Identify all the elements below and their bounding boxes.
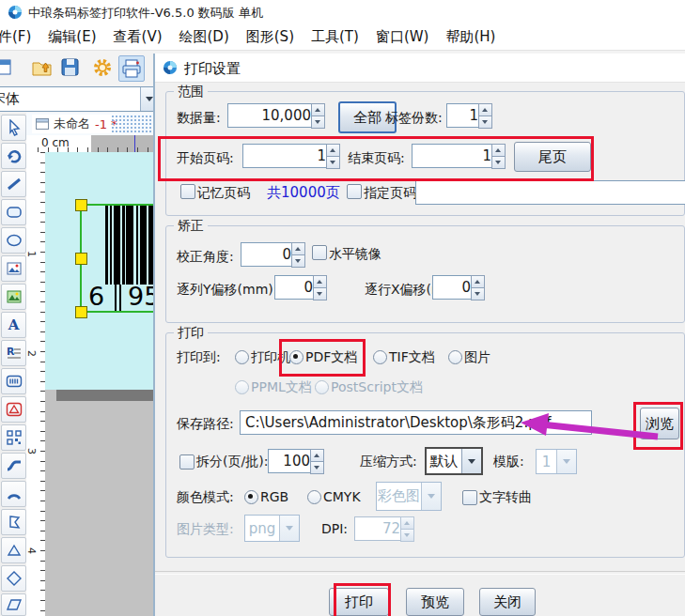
rotate-icon[interactable]	[1, 143, 26, 169]
label-shadow	[56, 390, 153, 401]
menu-edit[interactable]: 编辑(E)	[39, 28, 104, 46]
selection-handle-top-left[interactable]	[75, 199, 87, 211]
start-page-label: 开始页码:	[177, 150, 234, 167]
end-page-field[interactable]: 1	[412, 144, 496, 168]
colormap-select[interactable]: 彩色图	[376, 482, 442, 511]
polygon-icon[interactable]	[1, 509, 26, 535]
printer-icon[interactable]	[118, 55, 145, 82]
text-to-curve-checkbox[interactable]	[462, 490, 477, 505]
xrow-offset-spinner[interactable]	[471, 275, 485, 300]
picture-icon[interactable]	[1, 255, 26, 282]
start-page-spinner[interactable]	[326, 144, 340, 169]
save-path-label: 保存路径:	[177, 416, 234, 433]
menu-view[interactable]: 查看(V)	[105, 28, 171, 46]
menu-window[interactable]: 窗口(W)	[367, 28, 438, 46]
angle-field[interactable]: 0	[241, 242, 296, 267]
print-settings-dialog: 打印设置 范围 数据量: 10,000 全部 标签份数: 1 开始页码: 1 结…	[153, 54, 685, 616]
specify-page-input[interactable]	[415, 180, 685, 205]
arc-icon[interactable]	[1, 481, 26, 507]
remember-page-checkbox[interactable]	[180, 184, 195, 199]
menu-help[interactable]: 帮助(H)	[437, 28, 504, 46]
select-cursor-icon[interactable]	[1, 115, 26, 141]
image-type-select[interactable]: png	[244, 515, 300, 542]
design-canvas[interactable]: 6 95	[45, 152, 153, 616]
open-folder-icon[interactable]	[30, 55, 54, 80]
last-page-button[interactable]: 尾页	[514, 142, 591, 172]
specify-page-checkbox[interactable]	[347, 184, 362, 199]
qrcode-icon[interactable]	[1, 424, 26, 451]
dpi-spinner	[400, 516, 414, 542]
template-select[interactable]: 1	[536, 449, 577, 474]
radio-rgb[interactable]	[244, 490, 258, 504]
total-pages-link[interactable]: 共10000页	[267, 184, 340, 202]
menu-tools[interactable]: 工具(T)	[303, 28, 367, 46]
radio-tif[interactable]	[373, 350, 387, 364]
menu-draw[interactable]: 绘图(D)	[171, 28, 238, 46]
shape-logo-icon[interactable]	[1, 396, 26, 423]
compress-select[interactable]: 默认	[425, 447, 483, 475]
start-page-field[interactable]: 1	[242, 144, 331, 168]
gear-icon[interactable]	[90, 55, 115, 80]
dialog-icon	[163, 60, 178, 78]
chevron-down-icon[interactable]	[461, 449, 481, 473]
save-icon[interactable]	[58, 55, 83, 80]
color-mode-label: 颜色模式:	[177, 489, 234, 506]
menu-file[interactable]: 文件(F)	[0, 28, 39, 46]
angle-spinner[interactable]	[291, 242, 305, 268]
split-checkbox[interactable]	[179, 454, 195, 470]
copies-spinner[interactable]	[478, 103, 492, 129]
radio-postscript[interactable]	[315, 380, 329, 394]
new-document-icon[interactable]	[0, 55, 15, 80]
font-family-select[interactable]: 宋体	[0, 86, 158, 112]
barcode-bars[interactable]	[105, 206, 153, 285]
xrow-offset-field[interactable]: 0	[432, 275, 475, 300]
template-value: 1	[537, 450, 556, 473]
selection-handle-bottom-left[interactable]	[75, 306, 87, 318]
radio-image[interactable]	[448, 350, 462, 364]
split-spinner[interactable]	[310, 449, 324, 474]
selection-handle-mid-left[interactable]	[75, 253, 87, 265]
qty-field[interactable]: 10,000	[227, 103, 316, 128]
print-button[interactable]: 打印	[329, 588, 389, 616]
barcode-icon[interactable]	[1, 368, 26, 394]
text-icon[interactable]: A	[1, 312, 26, 338]
font-family-value: 宋体	[0, 90, 20, 108]
preview-button[interactable]: 预览	[406, 588, 464, 616]
diamond-icon[interactable]	[1, 565, 26, 592]
dpi-label: DPI:	[321, 521, 348, 536]
chevron-down-icon	[556, 450, 576, 473]
ycol-offset-spinner[interactable]	[313, 275, 327, 300]
parallelogram-icon[interactable]	[1, 593, 26, 616]
menu-shape[interactable]: 图形(S)	[238, 28, 303, 46]
window-title: 中琅条码标签打印软件-V6.5.0 数码版 单机	[28, 5, 263, 22]
mirror-label: 水平镜像	[329, 246, 381, 263]
template-label: 模版:	[493, 454, 524, 470]
tab-title: 未命名	[54, 116, 90, 132]
line-icon[interactable]	[1, 171, 26, 197]
tabbar-pattern	[111, 115, 153, 133]
qty-spinner[interactable]	[311, 103, 325, 129]
rounded-rect-icon[interactable]	[1, 199, 26, 225]
tab-untitled-1[interactable]: 未命名 -1 *	[32, 115, 121, 133]
colormap-value: 彩色图	[377, 483, 421, 510]
radio-printer[interactable]	[235, 350, 249, 364]
radio-cmyk[interactable]	[307, 490, 321, 504]
rich-text-icon[interactable]: R	[1, 340, 26, 366]
radio-ppml[interactable]	[235, 380, 249, 394]
qty-label: 数据量:	[177, 110, 221, 127]
dpi-field[interactable]: 72	[354, 516, 405, 541]
ycol-offset-field[interactable]: 0	[274, 275, 318, 300]
group-range-title: 范围	[174, 84, 208, 100]
image-type-value: png	[245, 516, 279, 541]
end-page-spinner[interactable]	[491, 144, 506, 169]
radio-pdf[interactable]	[289, 350, 304, 364]
specify-page-label: 指定页码	[364, 185, 416, 202]
mirror-checkbox[interactable]	[312, 245, 327, 260]
close-button[interactable]: 关闭	[479, 588, 536, 616]
triangle-icon[interactable]	[1, 537, 26, 563]
ellipse-icon[interactable]	[1, 227, 26, 254]
group-correction: 矫正	[165, 225, 685, 323]
curve-icon[interactable]	[1, 453, 26, 479]
color-picture-icon[interactable]	[1, 284, 26, 310]
split-field[interactable]: 100	[268, 449, 315, 473]
